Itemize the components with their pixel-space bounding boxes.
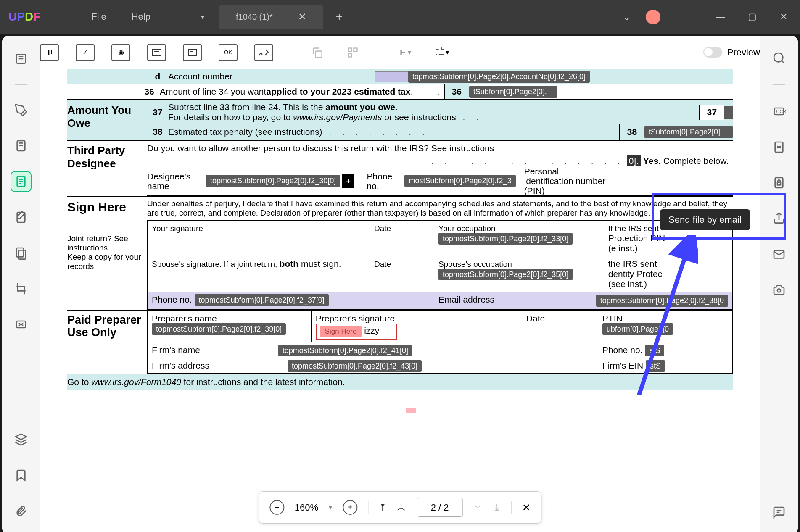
edit-icon[interactable] [11,207,32,228]
zoom-in-button[interactable]: + [343,500,357,515]
layers-icon[interactable] [11,429,32,450]
avatar[interactable] [646,10,660,24]
zoom-out-button[interactable]: − [269,500,284,515]
chevron-down-icon[interactable]: ⌄ [623,11,631,23]
svg-rect-10 [348,48,351,51]
arrow-annotation [635,235,698,403]
svg-rect-18 [777,182,781,185]
convert-icon[interactable] [770,137,789,156]
button-tool[interactable]: OK [219,44,238,61]
form-field[interactable]: topmostSubform[0].Page2[0].AccountNo[0].… [408,71,590,83]
tab-add-button[interactable]: + [336,10,343,24]
prev-page-button[interactable]: ︿ [397,501,406,514]
radio-tool[interactable]: ◉ [111,44,130,61]
svg-rect-11 [354,48,357,51]
redact-icon[interactable] [11,314,32,335]
svg-rect-4 [16,248,23,257]
section-third-party: Third Party Designee [67,141,147,196]
zoom-level[interactable]: 160% [295,502,318,513]
save-icon[interactable] [770,280,789,299]
close-controls-button[interactable]: ✕ [522,502,531,514]
sign-here-tag[interactable]: Sign Here [320,326,362,337]
titlebar: UPDF File Help ▾ f1040 (1)* ✕ + ⌄ — ▢ ✕ [0,0,800,34]
protect-icon[interactable] [770,173,789,192]
listbox-tool[interactable] [147,44,166,61]
svg-text:OCR: OCR [776,109,786,114]
email-icon[interactable] [770,245,789,263]
menu-help[interactable]: Help [132,11,150,22]
tab-close-icon[interactable]: ✕ [298,11,306,23]
line-label: d [147,71,168,82]
dropdown-tool[interactable] [183,44,202,61]
signature-tool[interactable] [254,44,273,61]
reader-icon[interactable] [11,48,32,69]
logo: UPDF [8,10,40,24]
organize-icon[interactable] [11,242,32,263]
copy-tool[interactable] [307,44,326,61]
grid-tool[interactable] [343,44,362,61]
maximize-button[interactable]: ▢ [744,11,761,22]
svg-point-13 [774,53,783,62]
menu-file[interactable]: File [91,11,106,22]
svg-rect-9 [315,51,322,57]
last-page-button[interactable]: ⤓ [493,502,501,513]
tab-dropdown[interactable]: ▾ [193,9,213,25]
bookmark-icon[interactable] [11,465,32,486]
attachment-icon[interactable] [11,500,32,521]
note-icon[interactable] [11,135,32,156]
crop-icon[interactable] [11,278,32,299]
svg-rect-5 [19,250,26,259]
tab-active[interactable]: f1040 (1)* ✕ [219,5,323,29]
checkbox-tool[interactable]: ✓ [76,44,95,61]
close-button[interactable]: ✕ [776,11,792,22]
page-controls: − 160% ▾ + ⤒ ︿ ﹀ ⤓ ✕ [259,491,541,524]
search-icon[interactable] [770,48,789,67]
left-sidebar [2,36,40,532]
red-marker [406,408,416,413]
preview-toggle[interactable]: Preview [703,47,760,58]
comment-icon[interactable] [770,503,789,521]
form-icon[interactable] [11,171,32,192]
tab-title: f1040 (1)* [236,12,273,22]
section-amount-owe: Amount You Owe [67,100,147,140]
svg-line-21 [639,244,689,395]
section-sign-here: Sign Here [67,197,147,217]
email-tooltip: Send file by email [660,209,750,230]
settings-tool[interactable]: ▾ [432,44,451,61]
svg-point-20 [777,289,781,292]
zoom-dropdown-icon[interactable]: ▾ [329,503,332,511]
svg-rect-12 [348,53,351,57]
ocr-icon[interactable]: OCR [770,102,789,121]
next-page-button[interactable]: ﹀ [473,501,483,514]
minimize-button[interactable]: — [711,11,729,22]
page-input[interactable] [417,498,463,517]
section-paid-preparer: Paid Preparer Use Only [67,311,147,374]
form-toolbar: TI ✓ ◉ OK ⊩ ▾ ▾ Preview [40,36,760,69]
align-tool[interactable]: ⊩ ▾ [396,44,415,61]
right-sidebar: OCR [760,36,798,532]
textfield-tool[interactable]: TI [40,44,59,61]
first-page-button[interactable]: ⤒ [379,502,386,513]
highlighter-icon[interactable] [11,100,32,121]
